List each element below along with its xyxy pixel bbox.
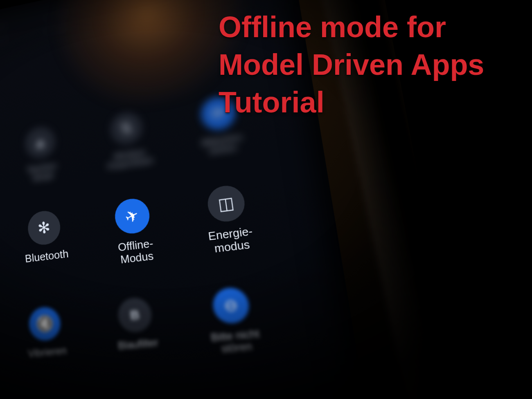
powershare-icon <box>119 120 133 137</box>
tile-vibrieren[interactable]: Vibrieren <box>16 304 77 372</box>
tile-label: Energie- modus <box>207 225 255 256</box>
airplane-icon <box>124 207 140 225</box>
tile-flashlight[interactable]: Taschen- lampe <box>12 123 71 185</box>
battery-icon <box>217 194 235 213</box>
tile-label: Offline- Modus <box>117 237 156 266</box>
tile-label: Vibrieren <box>27 345 67 360</box>
flashlight-icon <box>33 134 48 151</box>
tile-blaufilter[interactable]: B Blaufilter <box>104 295 171 364</box>
tile-bitte-nicht-stoeren[interactable]: Bitte nicht stören <box>197 285 271 356</box>
tile-offline-modus[interactable]: Offline- Modus <box>101 195 167 267</box>
tile-label: Blaufilter <box>117 336 159 352</box>
tile-bluetooth[interactable]: Bluetooth <box>16 207 77 277</box>
tile-wireless-powershare[interactable]: Wireless PowerShare <box>97 108 160 172</box>
tile-label: Bitte nicht stören <box>210 327 262 356</box>
blue-light-icon: B <box>129 308 140 322</box>
headline-text: Offline mode for Model Driven Apps Tutor… <box>219 8 507 121</box>
bluetooth-icon <box>37 219 51 236</box>
vibrate-icon <box>35 315 54 332</box>
dnd-icon <box>223 297 239 314</box>
tile-label: Bluetooth <box>25 248 69 265</box>
tile-energie-modus[interactable]: Energie- modus <box>193 182 265 256</box>
